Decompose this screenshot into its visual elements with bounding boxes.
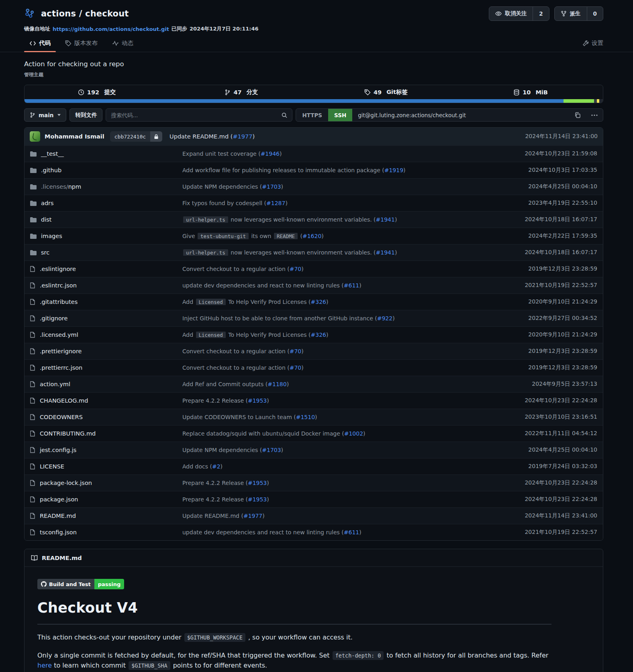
unwatch-button[interactable]: 取消关注 (489, 7, 533, 20)
stat-item-3[interactable]: 10 MiB (458, 85, 603, 99)
inline-link[interactable]: #1510 (296, 414, 315, 420)
table-row[interactable]: .licensed.ymlAdd Licensed To Help Verify… (25, 326, 603, 343)
table-row[interactable]: .licenses/npmUpdate NPM dependencies (#1… (25, 178, 603, 195)
inline-link[interactable]: #1946 (261, 151, 280, 157)
file-link[interactable]: tsconfig.json (40, 529, 77, 536)
inline-link[interactable]: #611 (344, 529, 359, 536)
inline-link[interactable]: #1703 (262, 183, 281, 190)
inline-link[interactable]: #2 (212, 463, 221, 470)
branch-selector[interactable]: main (24, 108, 66, 122)
commit-message[interactable]: Update README.md (#1977) (169, 133, 255, 140)
inline-link[interactable]: here (37, 662, 52, 669)
file-link[interactable]: jest.config.js (40, 447, 76, 453)
file-link[interactable]: package.json (40, 496, 78, 503)
file-link[interactable]: README.md (40, 513, 76, 519)
search-icon[interactable] (277, 109, 292, 121)
file-link[interactable]: CHANGELOG.md (40, 397, 88, 404)
table-row[interactable]: LICENSEAdd docs (#2)2019年7月24日 03:32:03 (25, 458, 603, 474)
table-row[interactable]: __test__Expand unit test coverage (#1946… (25, 145, 603, 162)
inline-link[interactable]: #1941 (376, 249, 395, 256)
file-link[interactable]: .eslintignore (40, 266, 76, 272)
table-row[interactable]: imagesGive test-ubuntu-git its own READM… (25, 228, 603, 244)
table-row[interactable]: package-lock.jsonPrepare 4.2.2 Release (… (25, 474, 603, 491)
table-row[interactable]: .githubAdd workflow file for publishing … (25, 162, 603, 178)
commit-hash[interactable]: cbb722410c (110, 131, 150, 142)
inline-link[interactable]: #326 (311, 299, 326, 305)
tab-releases[interactable]: 版本发布 (60, 39, 103, 52)
inline-link[interactable]: #922 (377, 315, 392, 322)
inline-link[interactable]: #1977 (243, 513, 262, 519)
stat-item-0[interactable]: 192 提交 (25, 85, 169, 99)
tab-settings[interactable]: 设置 (577, 39, 603, 52)
forks-count[interactable]: 0 (587, 7, 603, 20)
inline-link[interactable]: #1620 (302, 233, 321, 239)
inline-link[interactable]: #1180 (267, 381, 286, 387)
watchers-count[interactable]: 2 (533, 7, 549, 20)
file-link[interactable]: dist (41, 216, 51, 223)
file-link[interactable]: CODEOWNERS (40, 414, 83, 420)
file-link[interactable]: .gitignore (40, 315, 67, 322)
commit-hash-badge[interactable]: cbb722410c (110, 131, 162, 142)
inline-link[interactable]: #1977 (233, 133, 252, 140)
inline-link[interactable]: #1953 (248, 480, 267, 486)
inline-link[interactable]: #1953 (248, 397, 267, 404)
goto-file-button[interactable]: 转到文件 (69, 108, 102, 122)
table-row[interactable]: .gitignoreInject GitHub host to be able … (25, 310, 603, 326)
table-row[interactable]: README.mdUpdate README.md (#1977)2024年11… (25, 507, 603, 524)
https-toggle[interactable]: HTTPS (296, 109, 328, 121)
file-link[interactable]: src (41, 249, 49, 256)
inline-link[interactable]: #1941 (376, 216, 395, 223)
file-link[interactable]: .prettierrc.json (40, 365, 82, 371)
table-row[interactable]: .gitattributesAdd Licensed To Help Verif… (25, 293, 603, 310)
inline-link[interactable]: #1703 (262, 447, 281, 453)
file-link[interactable]: .licenses/npm (41, 183, 81, 190)
file-link[interactable]: adrs (41, 200, 54, 206)
ssh-toggle[interactable]: SSH (328, 109, 352, 121)
table-row[interactable]: jest.config.jsUpdate NPM dependencies (#… (25, 442, 603, 458)
table-row[interactable]: package.jsonPrepare 4.2.2 Release (#1953… (25, 491, 603, 507)
build-status-badge[interactable]: Build and Test passing (37, 579, 124, 589)
table-row[interactable]: tsconfig.jsonupdate dev dependencies and… (25, 524, 603, 540)
inline-link[interactable]: #1002 (344, 430, 363, 437)
fork-button[interactable]: 派生 (555, 7, 587, 20)
inline-link[interactable]: #70 (290, 266, 302, 272)
table-row[interactable]: .eslintrc.jsonupdate dev dependencies an… (25, 277, 603, 293)
inline-link[interactable]: #70 (290, 365, 302, 371)
kebab-menu-icon[interactable] (586, 109, 603, 121)
table-row[interactable]: .prettierignoreConvert checkout to a reg… (25, 343, 603, 359)
file-link[interactable]: .eslintrc.json (40, 282, 77, 289)
manage-topics-link[interactable]: 管理主题 (24, 71, 603, 78)
clone-url-text[interactable]: git@git.luting.zone:actions/checkout.git (352, 109, 569, 121)
file-link[interactable]: images (41, 233, 62, 239)
file-link[interactable]: .licensed.yml (40, 332, 78, 338)
table-row[interactable]: CODEOWNERSUpdate CODEOWNERS to Launch te… (25, 409, 603, 425)
file-link[interactable]: .github (41, 167, 61, 173)
file-link[interactable]: .gitattributes (40, 299, 78, 305)
file-link[interactable]: action.yml (40, 381, 70, 387)
table-row[interactable]: disturl-helper.ts now leverages well-kno… (25, 211, 603, 228)
copy-icon[interactable] (569, 109, 586, 121)
commit-author[interactable]: Mohammad Ismail (45, 133, 104, 140)
avatar[interactable] (30, 131, 40, 142)
inline-link[interactable]: #611 (344, 282, 359, 289)
tab-activity[interactable]: 动态 (107, 39, 139, 52)
mirror-url-link[interactable]: https://github.com/actions/checkout.git (53, 26, 169, 32)
language-bar[interactable] (25, 99, 603, 103)
table-row[interactable]: CHANGELOG.mdPrepare 4.2.2 Release (#1953… (25, 392, 603, 409)
file-link[interactable]: CONTRIBUTING.md (40, 430, 96, 437)
table-row[interactable]: .eslintignoreConvert checkout to a regul… (25, 261, 603, 277)
table-row[interactable]: action.ymlAdd Ref and Commit outputs (#1… (25, 376, 603, 392)
inline-link[interactable]: #1287 (266, 200, 285, 206)
inline-link[interactable]: #326 (311, 332, 326, 338)
inline-link[interactable]: #1953 (248, 496, 267, 503)
stat-item-1[interactable]: 47 分支 (169, 85, 314, 99)
stat-item-2[interactable]: 49 Git标签 (314, 85, 458, 99)
inline-link[interactable]: #70 (290, 348, 302, 354)
inline-link[interactable]: #1919 (384, 167, 403, 173)
file-link[interactable]: LICENSE (40, 463, 64, 470)
file-link[interactable]: package-lock.json (40, 480, 92, 486)
table-row[interactable]: .prettierrc.jsonConvert checkout to a re… (25, 359, 603, 376)
table-row[interactable]: CONTRIBUTING.mdReplace datadog/squid wit… (25, 425, 603, 442)
table-row[interactable]: adrsFix typos found by codespell (#1287)… (25, 195, 603, 211)
search-input[interactable] (106, 112, 277, 118)
